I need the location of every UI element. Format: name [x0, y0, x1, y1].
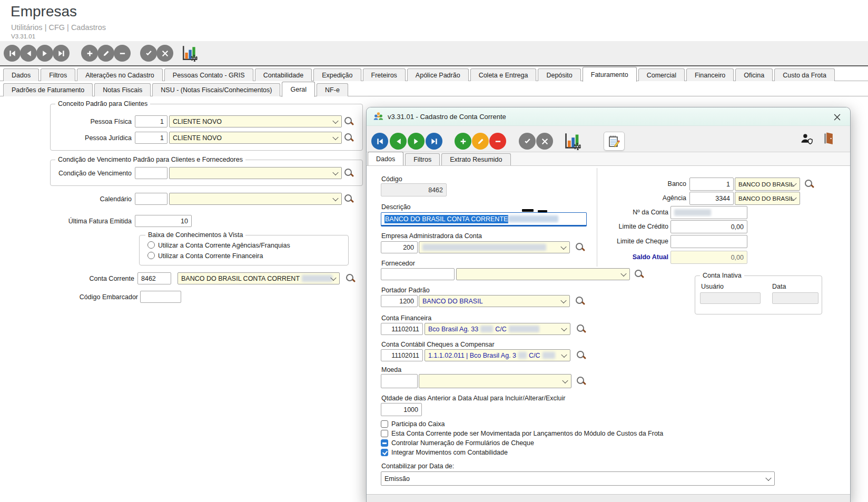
banco-combobox[interactable]: BANCO DO BRASIL [735, 178, 800, 191]
previous-record-button[interactable] [20, 45, 37, 62]
pessoa-fisica-search-icon[interactable] [344, 116, 354, 126]
descricao-input[interactable]: BANCO DO BRASIL CONTA CORRENTE [381, 212, 587, 227]
condicao-vencimento-search-icon[interactable] [344, 168, 354, 178]
condicao-vencimento-code-input[interactable] [135, 167, 167, 179]
chevron-down-icon[interactable] [561, 351, 567, 357]
chevron-down-icon[interactable] [332, 117, 338, 123]
conta-corrente-code-input[interactable]: 8462 [137, 272, 171, 284]
pessoa-fisica-combobox[interactable]: CLIENTE NOVO [169, 115, 342, 127]
last-record-button[interactable] [426, 133, 442, 150]
tab-apolice-padrao[interactable]: Apólice Padrão [407, 68, 469, 81]
chevron-down-icon[interactable] [562, 377, 568, 383]
tab-custo-da-frota[interactable]: Custo da Frota [774, 68, 835, 81]
last-record-button[interactable] [53, 45, 70, 62]
tab-financeiro[interactable]: Financeiro [686, 68, 734, 81]
pessoa-juridica-code-input[interactable]: 1 [135, 132, 167, 144]
tab-oficina[interactable]: Oficina [735, 68, 773, 81]
chevron-down-icon[interactable] [765, 475, 771, 480]
agencia-combobox[interactable]: BANCO DO BRASIL [735, 192, 800, 205]
checkbox-integrar-contabilidade[interactable] [381, 449, 388, 456]
modal-tab-filtros[interactable]: Filtros [405, 153, 440, 165]
notes-button[interactable] [604, 132, 625, 151]
tab-pessoas-contato-gris[interactable]: Pessoas Contato - GRIS [164, 68, 253, 81]
tab-filtros[interactable]: Filtros [41, 68, 75, 81]
edit-button[interactable] [97, 45, 114, 62]
next-record-button[interactable] [408, 133, 425, 150]
banco-code-input[interactable]: 1 [689, 178, 734, 191]
chevron-down-icon[interactable] [561, 325, 567, 331]
tab-dados[interactable]: Dados [3, 68, 39, 81]
num-conta-input[interactable] [670, 206, 747, 219]
modal-title-bar[interactable]: v3.31.01 - Cadastro de Conta Corrente [367, 107, 850, 126]
conta-corrente-search-icon[interactable] [346, 273, 356, 283]
checkbox-controlar-numeracao[interactable] [381, 439, 388, 447]
portador-combobox[interactable]: BANCO DO BRASIL [419, 295, 570, 307]
tab-faturamento-active[interactable]: Faturamento [583, 67, 637, 82]
tab-notas-fiscais[interactable]: Notas Fiscais [94, 83, 151, 96]
chevron-down-icon[interactable] [560, 243, 566, 249]
chevron-down-icon[interactable] [332, 195, 338, 201]
delete-button[interactable] [114, 45, 131, 62]
conta-corrente-combobox[interactable]: BANCO DO BRASIL CONTA CORRENT [177, 272, 340, 284]
pessoa-juridica-combobox[interactable]: CLIENTE NOVO [169, 132, 342, 144]
conta-contabil-code-input[interactable]: 11102011 [381, 349, 423, 361]
moeda-code-input[interactable] [381, 374, 418, 388]
conta-contabil-combobox[interactable]: 1.1.1.02.011 | Bco Brasil Ag. 3C/C [425, 349, 570, 361]
previous-record-button[interactable] [390, 133, 407, 150]
empresa-code-input[interactable]: 200 [381, 241, 418, 253]
banco-search-icon[interactable] [804, 179, 814, 189]
add-button[interactable] [455, 133, 471, 150]
moeda-search-icon[interactable] [576, 376, 586, 386]
empresa-combobox[interactable] [419, 241, 570, 253]
radio-conta-financeira[interactable] [147, 252, 155, 259]
chevron-down-icon[interactable] [332, 169, 338, 175]
modal-tab-dados-active[interactable]: Dados [368, 152, 403, 165]
chart-settings-button[interactable] [181, 45, 198, 62]
checkbox-custos-frota[interactable] [381, 430, 388, 437]
tab-nfe[interactable]: NF-e [317, 83, 348, 96]
condicao-vencimento-combobox[interactable] [169, 167, 342, 179]
calendario-combobox[interactable] [169, 193, 342, 205]
limite-cheque-input[interactable] [670, 235, 747, 248]
qtdade-dias-input[interactable]: 1000 [381, 403, 422, 416]
pessoa-fisica-code-input[interactable]: 1 [135, 115, 167, 127]
chart-settings-button[interactable] [564, 132, 581, 150]
ultima-fatura-input[interactable]: 10 [135, 215, 192, 227]
radio-conta-agencias[interactable] [147, 241, 155, 249]
tab-freteiros[interactable]: Freteiros [363, 68, 406, 81]
modal-tab-extrato-resumido[interactable]: Extrato Resumido [441, 153, 510, 165]
user-permissions-button[interactable] [800, 133, 813, 146]
tab-alteracoes-no-cadastro[interactable]: Alterações no Cadastro [77, 68, 163, 81]
first-record-button[interactable] [371, 133, 388, 150]
delete-button[interactable] [489, 133, 506, 150]
fornecedor-combobox[interactable] [456, 268, 630, 280]
limite-credito-input[interactable]: 0,00 [670, 220, 747, 233]
calendario-code-input[interactable] [135, 193, 167, 205]
tab-contabilidade[interactable]: Contabilidade [255, 68, 312, 81]
cancel-button[interactable] [536, 133, 553, 150]
calendario-search-icon[interactable] [344, 194, 354, 204]
tab-geral-active[interactable]: Geral [282, 82, 315, 97]
exit-button[interactable] [823, 132, 834, 147]
conta-financeira-search-icon[interactable] [576, 324, 586, 334]
confirm-button[interactable] [140, 45, 157, 62]
portador-search-icon[interactable] [575, 296, 585, 306]
tab-expedicao[interactable]: Expedição [313, 68, 361, 81]
next-record-button[interactable] [36, 45, 53, 62]
fornecedor-search-icon[interactable] [634, 269, 644, 279]
codigo-embarcador-input[interactable] [140, 291, 181, 303]
tab-comercial[interactable]: Comercial [638, 68, 685, 81]
chevron-down-icon[interactable] [332, 134, 338, 140]
tab-padroes-de-faturamento[interactable]: Padrões de Faturamento [3, 83, 93, 96]
pessoa-juridica-search-icon[interactable] [344, 133, 354, 143]
tab-deposito[interactable]: Depósito [538, 68, 580, 81]
fornecedor-code-input[interactable] [381, 268, 455, 280]
modal-close-button[interactable] [830, 111, 844, 123]
conta-financeira-code-input[interactable]: 11102011 [381, 323, 423, 335]
checkbox-participa-caixa[interactable] [381, 420, 388, 428]
add-button[interactable] [81, 45, 98, 62]
confirm-button[interactable] [519, 133, 536, 150]
chevron-down-icon[interactable] [560, 297, 566, 303]
chevron-down-icon[interactable] [620, 270, 626, 276]
portador-code-input[interactable]: 1200 [381, 295, 418, 307]
